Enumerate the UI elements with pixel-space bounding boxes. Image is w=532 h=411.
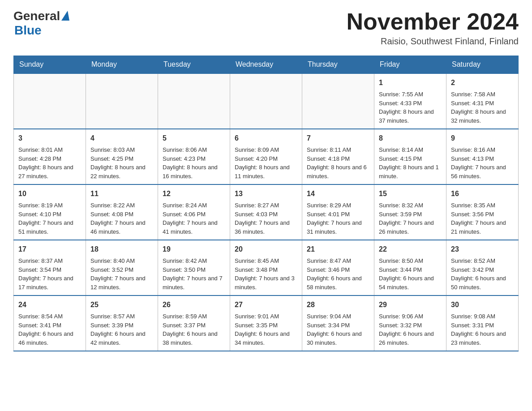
- table-row: 7Sunrise: 8:11 AMSunset: 4:18 PMDaylight…: [302, 129, 374, 184]
- daylight-text: Daylight: 6 hours and 42 minutes.: [90, 330, 153, 347]
- sunrise-text: Sunrise: 7:58 AM: [451, 90, 514, 99]
- sunrise-text: Sunrise: 8:24 AM: [163, 201, 225, 210]
- sunrise-text: Sunrise: 8:45 AM: [235, 257, 297, 265]
- day-number: 16: [451, 188, 514, 199]
- sunset-text: Sunset: 3:39 PM: [90, 321, 153, 330]
- day-number: 10: [18, 188, 81, 199]
- day-number: 8: [379, 133, 442, 144]
- daylight-text: Daylight: 7 hours and 31 minutes.: [307, 218, 369, 236]
- daylight-text: Daylight: 7 hours and 12 minutes.: [90, 274, 153, 291]
- col-friday: Friday: [374, 56, 446, 74]
- sunset-text: Sunset: 3:52 PM: [90, 265, 153, 274]
- table-row: [14, 73, 86, 129]
- daylight-text: Daylight: 8 hours and 22 minutes.: [90, 163, 153, 180]
- col-sunday: Sunday: [14, 56, 86, 74]
- table-row: 4Sunrise: 8:03 AMSunset: 4:25 PMDaylight…: [86, 129, 158, 184]
- table-row: [302, 73, 374, 129]
- col-thursday: Thursday: [302, 56, 374, 74]
- sunrise-text: Sunrise: 8:11 AM: [307, 146, 369, 154]
- day-number: 1: [379, 77, 442, 88]
- sunset-text: Sunset: 3:34 PM: [307, 321, 369, 330]
- calendar-week-row: 1Sunrise: 7:55 AMSunset: 4:33 PMDaylight…: [14, 73, 519, 129]
- table-row: 24Sunrise: 8:54 AMSunset: 3:41 PMDayligh…: [14, 295, 86, 351]
- sunrise-text: Sunrise: 8:01 AM: [18, 146, 81, 154]
- table-row: 3Sunrise: 8:01 AMSunset: 4:28 PMDaylight…: [14, 129, 86, 184]
- calendar-header-row: Sunday Monday Tuesday Wednesday Thursday…: [14, 56, 519, 74]
- table-row: 8Sunrise: 8:14 AMSunset: 4:15 PMDaylight…: [374, 129, 446, 184]
- day-number: 14: [307, 188, 369, 199]
- table-row: 22Sunrise: 8:50 AMSunset: 3:44 PMDayligh…: [374, 240, 446, 295]
- day-number: 22: [379, 244, 442, 255]
- sunrise-text: Sunrise: 8:40 AM: [90, 257, 153, 265]
- table-row: [230, 73, 302, 129]
- table-row: 16Sunrise: 8:35 AMSunset: 3:56 PMDayligh…: [446, 184, 519, 240]
- sunset-text: Sunset: 4:13 PM: [451, 154, 514, 163]
- daylight-text: Daylight: 7 hours and 21 minutes.: [451, 218, 514, 236]
- day-number: 9: [451, 133, 514, 144]
- header: General Blue November 2024 Raisio, South…: [13, 9, 519, 47]
- sunset-text: Sunset: 4:15 PM: [379, 154, 442, 163]
- daylight-text: Daylight: 6 hours and 26 minutes.: [379, 330, 442, 347]
- sunrise-text: Sunrise: 8:59 AM: [163, 312, 225, 321]
- col-monday: Monday: [86, 56, 158, 74]
- daylight-text: Daylight: 8 hours and 32 minutes.: [451, 107, 514, 125]
- table-row: 27Sunrise: 9:01 AMSunset: 3:35 PMDayligh…: [230, 295, 302, 351]
- sunrise-text: Sunrise: 9:06 AM: [379, 312, 442, 321]
- table-row: 2Sunrise: 7:58 AMSunset: 4:31 PMDaylight…: [446, 73, 519, 129]
- day-number: 7: [307, 133, 369, 144]
- daylight-text: Daylight: 6 hours and 58 minutes.: [307, 274, 369, 291]
- sunrise-text: Sunrise: 8:37 AM: [18, 257, 81, 265]
- location-title: Raisio, Southwest Finland, Finland: [347, 36, 519, 47]
- daylight-text: Daylight: 8 hours and 27 minutes.: [18, 163, 81, 180]
- day-number: 30: [451, 300, 514, 310]
- sunset-text: Sunset: 3:32 PM: [379, 321, 442, 330]
- col-tuesday: Tuesday: [158, 56, 230, 74]
- day-number: 5: [163, 133, 225, 144]
- daylight-text: Daylight: 7 hours and 41 minutes.: [163, 218, 225, 236]
- calendar-week-row: 17Sunrise: 8:37 AMSunset: 3:54 PMDayligh…: [14, 240, 519, 295]
- daylight-text: Daylight: 6 hours and 38 minutes.: [163, 330, 225, 347]
- table-row: 17Sunrise: 8:37 AMSunset: 3:54 PMDayligh…: [14, 240, 86, 295]
- day-number: 23: [451, 244, 514, 255]
- sunrise-text: Sunrise: 8:03 AM: [90, 146, 153, 154]
- calendar-week-row: 10Sunrise: 8:19 AMSunset: 4:10 PMDayligh…: [14, 184, 519, 240]
- table-row: 5Sunrise: 8:06 AMSunset: 4:23 PMDaylight…: [158, 129, 230, 184]
- daylight-text: Daylight: 8 hours and 16 minutes.: [163, 163, 225, 180]
- day-number: 18: [90, 244, 153, 255]
- sunset-text: Sunset: 3:46 PM: [307, 265, 369, 274]
- sunrise-text: Sunrise: 8:09 AM: [235, 146, 297, 154]
- daylight-text: Daylight: 7 hours and 7 minutes.: [163, 274, 225, 291]
- sunset-text: Sunset: 3:35 PM: [235, 321, 297, 330]
- month-title: November 2024: [347, 9, 519, 34]
- sunrise-text: Sunrise: 9:08 AM: [451, 312, 514, 321]
- sunset-text: Sunset: 3:54 PM: [18, 265, 81, 274]
- table-row: 15Sunrise: 8:32 AMSunset: 3:59 PMDayligh…: [374, 184, 446, 240]
- table-row: 11Sunrise: 8:22 AMSunset: 4:08 PMDayligh…: [86, 184, 158, 240]
- day-number: 12: [163, 188, 225, 199]
- logo-triangle-icon: [61, 11, 69, 21]
- table-row: 26Sunrise: 8:59 AMSunset: 3:37 PMDayligh…: [158, 295, 230, 351]
- day-number: 4: [90, 133, 153, 144]
- sunrise-text: Sunrise: 8:54 AM: [18, 312, 81, 321]
- day-number: 25: [90, 300, 153, 310]
- sunset-text: Sunset: 4:25 PM: [90, 154, 153, 163]
- sunrise-text: Sunrise: 8:50 AM: [379, 257, 442, 265]
- sunset-text: Sunset: 3:50 PM: [163, 265, 225, 274]
- sunset-text: Sunset: 4:01 PM: [307, 210, 369, 219]
- day-number: 13: [235, 188, 297, 199]
- table-row: 20Sunrise: 8:45 AMSunset: 3:48 PMDayligh…: [230, 240, 302, 295]
- table-row: 19Sunrise: 8:42 AMSunset: 3:50 PMDayligh…: [158, 240, 230, 295]
- daylight-text: Daylight: 6 hours and 30 minutes.: [307, 330, 369, 347]
- day-number: 2: [451, 77, 514, 88]
- day-number: 19: [163, 244, 225, 255]
- sunrise-text: Sunrise: 7:55 AM: [379, 90, 442, 99]
- col-saturday: Saturday: [446, 56, 519, 74]
- sunset-text: Sunset: 3:37 PM: [163, 321, 225, 330]
- sunrise-text: Sunrise: 8:57 AM: [90, 312, 153, 321]
- logo-blue-text: Blue: [14, 23, 42, 38]
- sunset-text: Sunset: 4:23 PM: [163, 154, 225, 163]
- table-row: 28Sunrise: 9:04 AMSunset: 3:34 PMDayligh…: [302, 295, 374, 351]
- daylight-text: Daylight: 6 hours and 46 minutes.: [18, 330, 81, 347]
- table-row: 13Sunrise: 8:27 AMSunset: 4:03 PMDayligh…: [230, 184, 302, 240]
- daylight-text: Daylight: 8 hours and 6 minutes.: [307, 163, 369, 180]
